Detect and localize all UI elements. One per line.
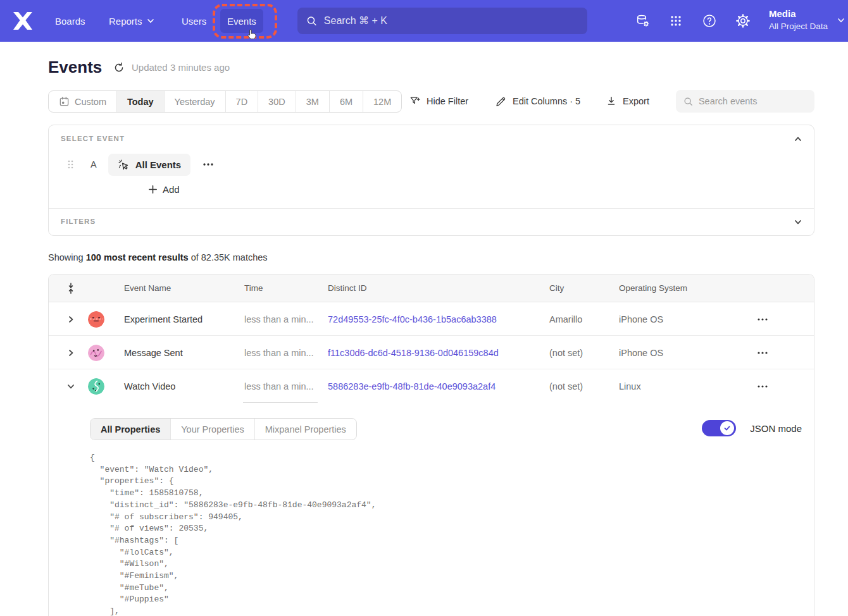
os-cell: Linux — [619, 381, 755, 391]
filters-label: FILTERS — [61, 218, 96, 225]
hand-cursor-icon — [246, 28, 259, 41]
date-range-custom[interactable]: Custom — [49, 91, 117, 112]
help-icon[interactable] — [702, 13, 717, 28]
mixpanel-logo-icon[interactable] — [13, 11, 33, 31]
column-header-distinct-id[interactable]: Distinct ID — [328, 283, 549, 293]
more-dots-icon — [757, 351, 768, 355]
calendar-icon — [59, 96, 70, 107]
filters-section[interactable]: FILTERS — [49, 209, 814, 236]
city-cell: Amarillo — [549, 314, 619, 324]
tab-all-properties-label: All Properties — [101, 424, 160, 434]
column-header-city[interactable]: City — [549, 283, 619, 293]
results-count: 100 most recent results — [86, 252, 189, 262]
event-row-letter: A — [90, 159, 97, 169]
distinct-id-link[interactable]: f11c30d6-dc6d-4518-9136-0d046159c84d — [328, 348, 549, 358]
mixpanel-events-page: Boards Reports Users Events — [0, 0, 848, 616]
global-search-input[interactable] — [324, 15, 578, 27]
time-cell: less than a min... — [244, 369, 328, 403]
nav-item-users[interactable]: Users — [182, 0, 206, 42]
column-header-event-name[interactable]: Event Name — [124, 283, 244, 293]
date-range-30d[interactable]: 30D — [258, 91, 296, 112]
chevron-down-icon[interactable] — [794, 218, 802, 226]
row-more-button[interactable] — [755, 379, 770, 394]
page-title: Events — [48, 58, 102, 77]
date-range-6m-label: 6M — [340, 97, 352, 107]
event-name-cell: Message Sent — [124, 348, 244, 358]
tab-all-properties[interactable]: All Properties — [90, 419, 171, 440]
date-range-7d-label: 7D — [236, 97, 248, 107]
export-button[interactable]: Export — [606, 92, 649, 110]
more-dots-icon — [757, 317, 768, 321]
chevron-up-icon[interactable] — [794, 135, 802, 144]
date-range-yesterday-label: Yesterday — [175, 97, 215, 107]
date-range-7d[interactable]: 7D — [226, 91, 259, 112]
search-icon — [683, 96, 693, 107]
avatar — [88, 311, 104, 328]
tab-your-properties[interactable]: Your Properties — [171, 419, 254, 440]
date-range-30d-label: 30D — [268, 97, 285, 107]
filter-funnel-icon — [409, 95, 421, 107]
chevron-right-icon[interactable] — [66, 315, 75, 324]
apps-grid-icon[interactable] — [668, 13, 683, 28]
results-prefix: Showing — [48, 252, 86, 262]
event-name-cell: Experiment Started — [124, 314, 244, 324]
date-range-custom-label: Custom — [75, 97, 106, 107]
export-label: Export — [623, 96, 649, 106]
events-search-input[interactable] — [699, 96, 807, 106]
hide-filter-button[interactable]: Hide Filter — [409, 92, 468, 110]
drag-handle-icon[interactable] — [67, 159, 74, 169]
select-event-label: SELECT EVENT — [61, 135, 125, 142]
table-row[interactable]: Experiment Started less than a min... 72… — [49, 302, 814, 336]
os-cell: iPhone OS — [619, 348, 755, 358]
date-range-yesterday[interactable]: Yesterday — [165, 91, 226, 112]
nav-item-boards[interactable]: Boards — [55, 0, 85, 42]
date-range-today[interactable]: Today — [117, 91, 165, 112]
table-row[interactable]: Message Sent less than a min... f11c30d6… — [49, 336, 814, 369]
more-dots-icon — [203, 163, 214, 166]
sort-updown-icon[interactable] — [66, 282, 75, 295]
distinct-id-link[interactable]: 72d49553-25fc-4f0c-b436-1b5ac6ab3388 — [328, 314, 549, 324]
data-management-icon[interactable] — [635, 13, 651, 28]
check-icon — [723, 424, 731, 432]
json-mode-toggle[interactable] — [702, 420, 736, 436]
city-cell: (not set) — [549, 381, 619, 391]
global-search[interactable] — [297, 8, 587, 34]
tab-mixpanel-properties[interactable]: Mixpanel Properties — [255, 419, 356, 440]
query-builder-card: SELECT EVENT A — [48, 125, 814, 236]
column-header-time[interactable]: Time — [244, 283, 328, 293]
event-details-panel: All Properties Your Properties Mixpanel … — [49, 403, 814, 616]
event-name-cell: Watch Video — [124, 381, 244, 391]
refresh-icon[interactable] — [113, 62, 125, 73]
time-cell: less than a min... — [244, 302, 328, 336]
project-switcher[interactable]: Media All Project Data — [769, 8, 845, 32]
date-range-12m[interactable]: 12M — [363, 91, 401, 112]
tab-mixpanel-properties-label: Mixpanel Properties — [265, 424, 346, 434]
event-chip-label: All Events — [135, 159, 182, 170]
row-more-button[interactable] — [755, 312, 770, 327]
table-row-expanded[interactable]: Watch Video less than a min... 5886283e-… — [49, 369, 814, 403]
toggle-knob — [720, 421, 734, 435]
distinct-id-link[interactable]: 5886283e-e9fb-48fb-81de-40e9093a2af4 — [328, 381, 549, 391]
select-event-section: SELECT EVENT A — [49, 125, 814, 209]
date-range-6m[interactable]: 6M — [330, 91, 363, 112]
column-header-os[interactable]: Operating System — [619, 283, 755, 293]
chevron-right-icon[interactable] — [66, 348, 75, 357]
settings-gear-icon[interactable] — [735, 13, 751, 28]
event-more-button[interactable] — [201, 157, 215, 171]
edit-columns-button[interactable]: Edit Columns · 5 — [496, 92, 580, 110]
time-cell: less than a min... — [244, 336, 328, 369]
row-more-button[interactable] — [755, 345, 770, 360]
plus-icon — [148, 185, 158, 194]
download-icon — [606, 95, 617, 107]
json-mode-label: JSON mode — [750, 423, 802, 434]
add-button-label: Add — [163, 184, 180, 195]
chevron-down-icon[interactable] — [66, 382, 75, 391]
event-selector-chip[interactable]: All Events — [108, 154, 191, 176]
os-cell: iPhone OS — [619, 314, 755, 324]
table-header-row: Event Name Time Distinct ID City Operati… — [49, 274, 814, 302]
add-event-button[interactable]: Add — [148, 184, 180, 195]
events-search[interactable] — [676, 90, 814, 113]
nav-item-reports[interactable]: Reports — [109, 0, 154, 42]
date-range-3m[interactable]: 3M — [296, 91, 330, 112]
avatar — [88, 345, 104, 361]
